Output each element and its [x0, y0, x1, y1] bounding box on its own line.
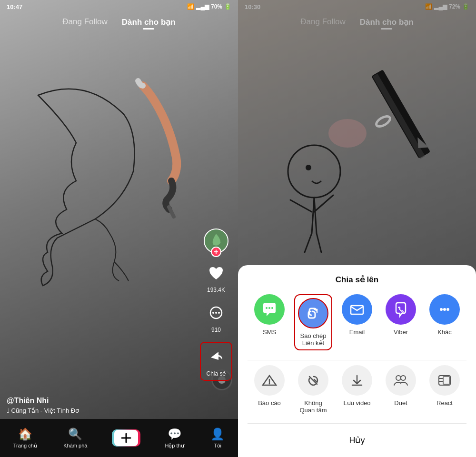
left-share-label: Chia sẻ	[206, 370, 226, 377]
left-nav-explore[interactable]: 🔍 Khám phá	[63, 427, 87, 448]
left-bottom-nav: 🏠 Trang chủ 🔍 Khám phá 💬 Hộp thư 👤 Tôi	[0, 419, 238, 457]
left-comment-btn[interactable]: 910	[205, 302, 228, 333]
left-battery: 70%	[211, 3, 222, 10]
left-share-btn[interactable]: Chia sẻ	[200, 342, 232, 381]
save-video-label: Lưu video	[343, 399, 370, 407]
share-row-2: Báo cáo KhôngQuan tâm Lưu video	[238, 365, 476, 414]
copy-link-icon	[298, 298, 328, 328]
share-duet-btn[interactable]: Duet	[382, 365, 420, 414]
cancel-btn[interactable]: Hủy	[238, 428, 476, 452]
share-notinterested-btn[interactable]: KhôngQuan tâm	[294, 365, 332, 414]
share-row-1: SMS Sao chépLiên kết Email	[238, 294, 476, 350]
not-interested-label: KhôngQuan tâm	[299, 399, 327, 414]
right-phone: 10:30 📶 ▂▄▆ 72% 🔋 Đang Follow Dành cho b…	[238, 0, 476, 457]
left-like-btn[interactable]: 193.4K	[205, 262, 228, 293]
viber-label: Viber	[394, 328, 408, 336]
left-video-info: @Thiên Nhi ♩ Cũng Tần - Việt Tình Đơ	[7, 397, 79, 414]
react-icon	[429, 365, 460, 396]
svg-point-4	[218, 312, 220, 314]
left-comments-count: 910	[211, 327, 221, 333]
left-nav-profile[interactable]: 👤 Tôi	[210, 427, 225, 448]
svg-point-2	[212, 312, 214, 314]
left-song: ♩ Cũng Tần - Việt Tình Đơ	[7, 407, 79, 414]
left-inbox-icon: 💬	[168, 427, 182, 441]
left-avatar-plus[interactable]: +	[211, 247, 221, 257]
sms-label: SMS	[263, 328, 276, 336]
left-home-icon: 🏠	[18, 427, 32, 441]
duet-icon	[386, 365, 416, 396]
share-sms-btn[interactable]: SMS	[250, 294, 288, 350]
more-icon	[429, 294, 460, 325]
share-react-btn[interactable]: React	[426, 365, 464, 414]
react-label: React	[436, 399, 453, 407]
email-label: Email	[349, 328, 365, 336]
left-nav-home[interactable]: 🏠 Trang chủ	[13, 427, 37, 449]
svg-point-19	[440, 308, 443, 311]
left-plus-btn-inner	[114, 430, 138, 446]
svg-point-20	[443, 308, 446, 311]
svg-point-17	[271, 307, 273, 309]
duet-label: Duet	[394, 399, 407, 407]
left-battery-icon: 🔋	[224, 3, 231, 10]
left-status-bar: 10:47 📶 ▂▄▆ 70% 🔋	[0, 0, 238, 13]
left-nav-plus[interactable]	[114, 429, 139, 447]
share-savevideo-btn[interactable]: Lưu video	[338, 365, 376, 414]
left-profile-icon: 👤	[210, 427, 225, 441]
left-profile-label: Tôi	[214, 443, 221, 448]
share-email-btn[interactable]: Email	[338, 294, 376, 350]
viber-icon	[386, 294, 416, 325]
left-wifi-icon: 📶	[187, 3, 194, 10]
share-divider-2	[248, 423, 466, 424]
share-more-btn[interactable]: Khác	[426, 294, 464, 350]
left-nav-tabs: Đang Follow Dành cho bạn	[0, 13, 238, 31]
left-explore-icon: 🔍	[68, 427, 82, 441]
more-label: Khác	[437, 328, 452, 336]
report-label: Báo cáo	[258, 399, 281, 407]
share-copy-link-btn[interactable]: Sao chépLiên kết	[294, 294, 332, 350]
left-time: 10:47	[7, 3, 22, 10]
left-inbox-label: Hộp thư	[165, 443, 184, 449]
left-tab-following[interactable]: Đang Follow	[62, 17, 108, 27]
left-status-icons: 📶 ▂▄▆ 70% 🔋	[187, 3, 231, 10]
left-username: @Thiên Nhi	[7, 397, 79, 405]
share-divider	[248, 360, 466, 360]
share-viber-btn[interactable]: Viber	[382, 294, 420, 350]
svg-rect-31	[443, 377, 449, 384]
left-explore-label: Khám phá	[63, 443, 87, 448]
svg-point-27	[401, 376, 406, 380]
not-interested-icon	[298, 365, 328, 396]
share-report-btn[interactable]: Báo cáo	[250, 365, 288, 414]
svg-point-3	[215, 312, 217, 314]
left-plus-btn[interactable]	[114, 429, 139, 447]
left-sidebar: + 193.4K 910 Chia sẻ	[200, 228, 232, 381]
left-likes-count: 193.4K	[207, 287, 225, 293]
copy-link-label: Sao chépLiên kết	[300, 332, 327, 347]
share-sheet-title: Chia sẻ lên	[238, 275, 476, 285]
svg-point-16	[268, 307, 270, 309]
left-signal-icon: ▂▄▆	[196, 3, 209, 10]
left-avatar-wrap[interactable]: +	[204, 228, 228, 253]
left-home-label: Trang chủ	[13, 443, 37, 449]
svg-point-23	[269, 383, 270, 385]
left-heart-icon	[205, 262, 228, 285]
share-sheet: Chia sẻ lên SMS Sao chépLiên kết	[238, 265, 476, 457]
left-nav-inbox[interactable]: 💬 Hộp thư	[165, 427, 184, 449]
left-comment-icon	[205, 302, 228, 325]
save-video-icon	[342, 365, 372, 396]
left-share-icon	[205, 346, 228, 368]
svg-point-15	[266, 307, 268, 309]
svg-rect-28	[439, 376, 450, 385]
left-tab-for-you[interactable]: Dành cho bạn	[122, 17, 176, 27]
sms-icon	[254, 294, 285, 325]
left-phone: 10:47 📶 ▂▄▆ 70% 🔋 Đang Follow Dành cho b…	[0, 0, 238, 457]
report-icon	[254, 365, 285, 396]
email-icon	[342, 294, 372, 325]
svg-point-21	[446, 308, 449, 311]
svg-point-26	[396, 376, 401, 380]
